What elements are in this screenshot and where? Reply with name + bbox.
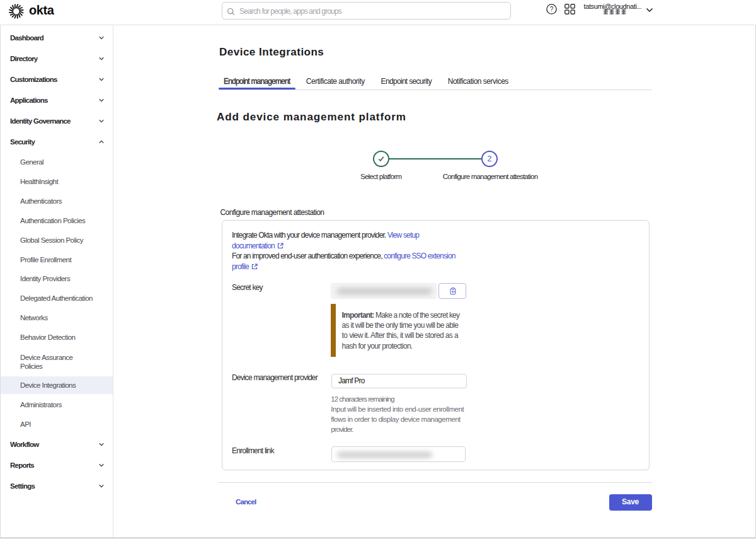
- svg-text:?: ?: [549, 6, 553, 13]
